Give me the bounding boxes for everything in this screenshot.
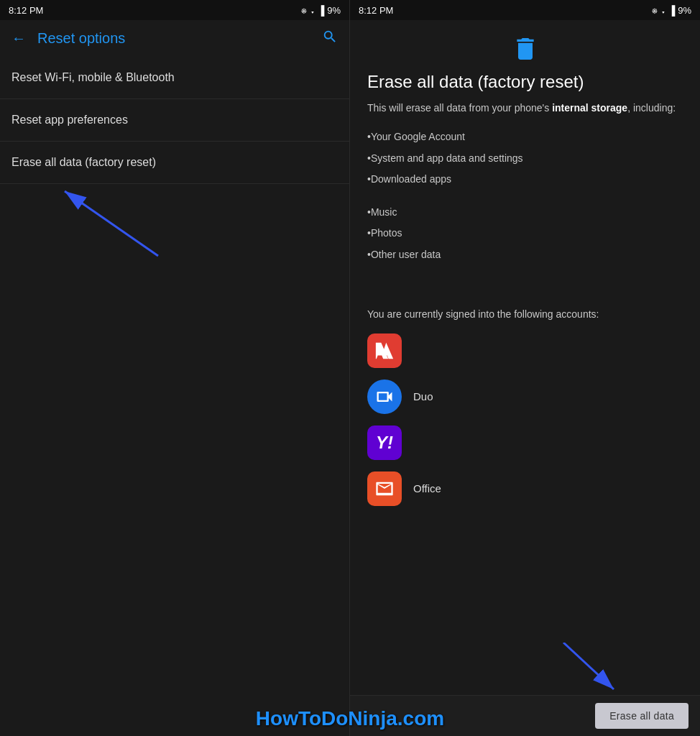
bottom-bar: Erase all data	[350, 695, 700, 736]
duo-label: Duo	[413, 390, 433, 402]
battery-left: 9%	[327, 5, 341, 16]
svg-line-1	[65, 191, 158, 256]
right-status-bar: 8:12 PM ⎈ ▾ ▐ 9%	[350, 0, 700, 20]
adobe-icon	[367, 334, 402, 368]
wifi-icon: ▾	[310, 5, 316, 16]
right-signal-icon: ▐	[668, 5, 675, 16]
back-button[interactable]: ←	[11, 30, 26, 47]
trash-icon	[367, 34, 683, 63]
left-panel: 8:12 PM ⎈ ▾ ▐ 9% ← Reset options Reset W…	[0, 0, 350, 736]
data-item-photos: •Photos	[367, 226, 683, 241]
account-yahoo: Y!	[367, 426, 683, 460]
data-item-apps: •Downloaded apps	[367, 172, 683, 187]
arrow-annotation-left	[43, 184, 201, 270]
erase-all-data-button[interactable]: Erase all data	[595, 703, 689, 729]
page-title: Reset options	[37, 30, 125, 47]
yahoo-icon: Y!	[367, 426, 402, 460]
right-bluetooth-icon: ⎈	[652, 5, 658, 16]
data-item-music: •Music	[367, 206, 683, 220]
menu-item-factory-reset[interactable]: Erase all data (factory reset)	[0, 142, 349, 184]
right-status-icons: ⎈ ▾ ▐ 9%	[652, 5, 691, 16]
account-duo: Duo	[367, 380, 683, 414]
factory-reset-description: This will erase all data from your phone…	[367, 101, 683, 116]
data-item-user-data: •Other user data	[367, 248, 683, 262]
menu-item-wifi[interactable]: Reset Wi-Fi, mobile & Bluetooth	[0, 57, 349, 99]
svg-line-3	[563, 643, 614, 689]
search-button[interactable]	[322, 29, 338, 48]
signal-icon: ▐	[318, 5, 324, 16]
right-time: 8:12 PM	[359, 5, 393, 16]
account-office: Office	[367, 472, 683, 506]
duo-icon	[367, 380, 402, 414]
data-item-google: •Your Google Account	[367, 130, 683, 144]
arrow-annotation-right	[549, 643, 635, 700]
left-status-bar: 8:12 PM ⎈ ▾ ▐ 9%	[0, 0, 349, 20]
right-panel: 8:12 PM ⎈ ▾ ▐ 9% Erase all data (factory…	[350, 0, 700, 736]
office-label: Office	[413, 482, 441, 494]
left-status-icons: ⎈ ▾ ▐ 9%	[301, 5, 341, 16]
left-time: 8:12 PM	[9, 5, 43, 16]
data-item-system: •System and app data and settings	[367, 152, 683, 166]
signed-in-text: You are currently signed into the follow…	[367, 307, 683, 322]
bluetooth-icon: ⎈	[301, 5, 307, 16]
account-adobe	[367, 334, 683, 368]
factory-reset-title: Erase all data (factory reset)	[367, 72, 683, 92]
right-wifi-icon: ▾	[660, 5, 666, 16]
menu-item-app-prefs[interactable]: Reset app preferences	[0, 99, 349, 142]
office-icon	[367, 472, 402, 506]
right-battery: 9%	[678, 5, 691, 16]
right-content: Erase all data (factory reset) This will…	[350, 20, 700, 695]
left-header: ← Reset options	[0, 20, 349, 57]
